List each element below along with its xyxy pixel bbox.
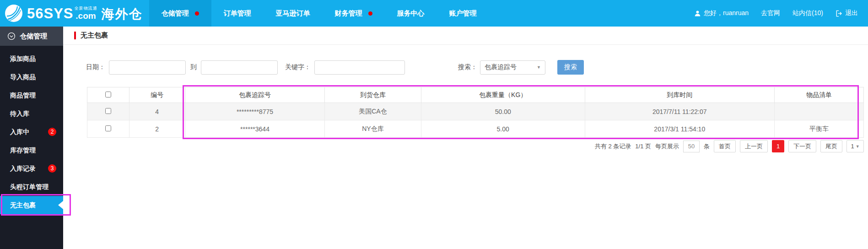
pagination: 共有 2 条记录 1/1 页 每页展示 条 首页 上一页 1 下一页 尾页 1 … [595,140,864,152]
nav-item-amazon-orders[interactable]: 亚马逊订单 [264,0,323,27]
last-page-button[interactable]: 尾页 [820,140,842,152]
count-badge: 3 [48,164,56,173]
nav-item-finance[interactable]: 财务管理 [323,0,385,27]
topbar: 56SYS 全景物流通 .com 海外仓 仓储管理 订单管理 亚马逊订单 财务管… [0,0,868,27]
messages-link[interactable]: 站内信(10) [793,9,823,17]
cell-arrived: 2017/7/11 11:22:07 [585,103,774,120]
sidebar-item-add-product[interactable]: 添加商品 [0,49,63,68]
sidebar-item-pending-inbound[interactable]: 待入库 [0,104,63,123]
sidebar-header-warehouse[interactable]: 仓储管理 [0,27,63,46]
cell-items [774,103,863,120]
packages-table: 编号 包裹追踪号 到货仓库 包裹重量（KG） 到库时间 物品清单 4 *****… [87,87,864,138]
header-warehouse: 到货仓库 [325,87,421,103]
table-header-row: 编号 包裹追踪号 到货仓库 包裹重量（KG） 到库时间 物品清单 [87,87,864,103]
page-info: 1/1 页 [635,142,651,151]
logo[interactable]: 56SYS 全景物流通 .com 海外仓 [0,0,149,27]
cell-id: 2 [129,120,185,138]
nav-item-account[interactable]: 账户管理 [437,0,489,27]
date-from-input[interactable] [109,60,186,75]
sidebar-item-first-leg-orders[interactable]: 头程订单管理 [0,178,63,196]
red-dot [368,11,372,16]
table-row: 2 ******3644 NY仓库 5.00 2017/3/1 11:54:10… [87,120,864,138]
prev-page-button[interactable]: 上一页 [740,140,768,152]
header-arrived: 到库时间 [585,87,774,103]
official-site-link[interactable]: 去官网 [761,9,780,17]
user-greeting: 您好，ruanruan [694,9,749,17]
logo-tagline: 全景物流通 [75,6,97,11]
table-row: 4 *********8775 美国CA仓 50.00 2017/7/11 11… [87,103,864,120]
per-page-label: 每页展示 [655,142,679,151]
title-red-bar [74,32,76,39]
cell-warehouse: 美国CA仓 [325,103,421,120]
records-summary: 共有 2 条记录 [595,142,631,151]
to-label: 到 [190,63,197,71]
logo-com: .com [75,11,96,20]
logo-text: 56SYS 全景物流通 .com 海外仓 [27,6,143,21]
sidebar-menu: 添加商品 导入商品 商品管理 待入库 入库中 2 库存管理 入库记录 3 头程订… [0,46,63,214]
search-type-label: 搜索： [458,63,477,71]
sidebar-item-inbound-records[interactable]: 入库记录 3 [0,159,63,178]
page-title: 无主包裹 [81,31,108,40]
main-content: 无主包裹 日期： 到 关键字： 搜索： 包裹追踪号 ▼ 搜索 编号 包裹追踪号 [63,27,868,249]
search-type-select[interactable]: 包裹追踪号 ▼ [480,60,545,75]
cell-weight: 5.00 [421,120,585,138]
sidebar-item-inbound-in-progress[interactable]: 入库中 2 [0,123,63,141]
page-jump-select[interactable]: 1 ▼ [846,140,864,152]
date-to-input[interactable] [201,60,278,75]
header-id: 编号 [129,87,185,103]
logo-icon [5,4,23,22]
sidebar: 仓储管理 添加商品 导入商品 商品管理 待入库 入库中 2 库存管理 入库记录 … [0,27,63,249]
caret-down-icon: ▼ [537,65,541,70]
header-checkbox-cell [87,87,129,103]
caret-down-icon: ▼ [856,144,860,149]
count-badge: 2 [48,128,56,136]
red-dot [195,11,199,16]
cell-id: 4 [129,103,185,120]
cell-weight: 50.00 [421,103,585,120]
chevron-circle-icon [7,32,16,40]
logo-main: 56SYS [27,6,74,21]
sidebar-item-import-product[interactable]: 导入商品 [0,68,63,86]
header-weight: 包裹重量（KG） [421,87,585,103]
cell-items: 平衡车 [774,120,863,138]
keyword-input[interactable] [314,60,405,75]
cell-arrived: 2017/3/1 11:54:10 [585,120,774,138]
date-label: 日期： [86,63,105,71]
sidebar-item-unclaimed-packages[interactable]: 无主包裹 [0,196,63,214]
logout-icon [836,10,842,17]
cell-tracking: *********8775 [185,103,324,120]
title-bar: 无主包裹 [63,27,868,45]
next-page-button[interactable]: 下一页 [788,140,816,152]
per-page-input[interactable] [683,141,700,152]
active-arrow-icon [58,201,63,209]
keyword-label: 关键字： [285,63,311,71]
sidebar-item-product-management[interactable]: 商品管理 [0,86,63,104]
nav-item-warehouse[interactable]: 仓储管理 [149,0,211,27]
select-all-checkbox[interactable] [105,92,111,97]
logout-link[interactable]: 退出 [836,9,858,17]
nav-item-service-center[interactable]: 服务中心 [385,0,437,27]
search-form: 日期： 到 关键字： 搜索： 包裹追踪号 ▼ 搜索 [86,60,584,75]
header-tracking: 包裹追踪号 [185,87,324,103]
sidebar-item-inventory[interactable]: 库存管理 [0,141,63,159]
header-items: 物品清单 [774,87,863,103]
topbar-right: 您好，ruanruan 去官网 站内信(10) 退出 [694,9,868,17]
row-checkbox[interactable] [105,125,111,131]
top-nav: 仓储管理 订单管理 亚马逊订单 财务管理 服务中心 账户管理 [149,0,489,27]
current-page-button[interactable]: 1 [772,140,784,152]
cell-tracking: ******3644 [185,120,324,138]
logo-product: 海外仓 [102,8,143,21]
search-button[interactable]: 搜索 [557,60,584,75]
user-icon [694,10,701,17]
nav-item-orders[interactable]: 订单管理 [211,0,264,27]
first-page-button[interactable]: 首页 [714,140,736,152]
cell-warehouse: NY仓库 [325,120,421,138]
per-page-unit: 条 [704,142,710,151]
row-checkbox[interactable] [105,108,111,114]
